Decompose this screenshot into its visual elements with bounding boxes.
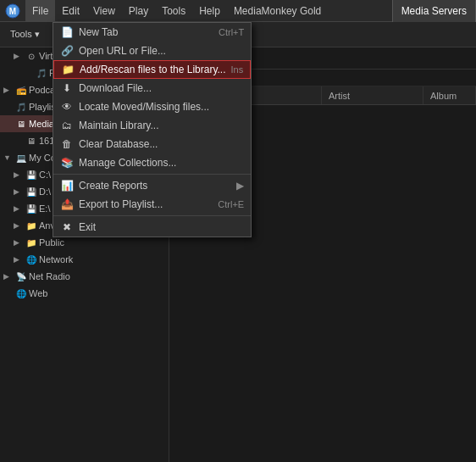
new-tab-icon: 📄	[60, 25, 74, 39]
dropdown-label-open-url: Open URL or File...	[79, 45, 166, 57]
dropdown-label-create-reports: Create Reports	[79, 180, 147, 192]
shortcut-new-tab: Ctrl+T	[219, 27, 244, 37]
dropdown-item-locate-moved[interactable]: 👁 Locate Moved/Missing files...	[53, 97, 251, 116]
col-artist: Artist	[322, 86, 423, 104]
toolbar-tools-button[interactable]: Tools ▾	[3, 27, 47, 42]
menu-tools[interactable]: Tools	[155, 0, 192, 22]
menu-gold[interactable]: MediaMonkey Gold	[227, 0, 328, 22]
dropdown-separator-1	[53, 174, 251, 175]
sidebar-label-net-radio: Net Radio	[29, 271, 70, 281]
playlists-icon: 🎵	[15, 101, 27, 113]
expand-arrow-drive-e: ▶	[14, 204, 24, 213]
expand-arrow-network: ▶	[14, 255, 24, 264]
col-album: Album	[423, 86, 476, 104]
maintain-library-icon: 🗂	[60, 119, 74, 132]
drive-e-icon: 💾	[25, 203, 37, 214]
expand-arrow-net-radio: ▶	[3, 272, 14, 281]
dropdown-item-maintain-library[interactable]: 🗂 Maintain Library...	[53, 116, 251, 135]
dropdown-item-download-file[interactable]: ⬇ Download File...	[53, 79, 251, 97]
net-radio-icon: 📡	[15, 270, 27, 282]
media-servers-icon: 🖥	[15, 118, 27, 130]
dropdown-label-exit: Exit	[79, 221, 96, 233]
sidebar-item-net-radio[interactable]: ▶ 📡 Net Radio	[0, 268, 169, 285]
dropdown-item-manage-collections[interactable]: 📚 Manage Collections...	[53, 153, 251, 172]
sidebar-label-drive-e: E:\	[39, 203, 50, 214]
dropdown-label-locate-moved: Locate Moved/Missing files...	[79, 101, 209, 113]
expand-arrow-public: ▶	[14, 238, 24, 247]
anvsoft-icon: 📁	[25, 220, 37, 231]
dropdown-label-add-rescan: Add/Rescan files to the Library...	[80, 64, 226, 75]
drive-d-icon: 💾	[25, 186, 37, 198]
menu-help[interactable]: Help	[192, 0, 227, 22]
locate-moved-icon: 👁	[60, 100, 74, 114]
dropdown-item-open-url[interactable]: 🔗 Open URL or File...	[53, 42, 251, 60]
sidebar-label-network: Network	[39, 254, 73, 264]
shortcut-export-playlist: Ctrl+E	[218, 199, 244, 209]
my-computer-icon: 💻	[15, 152, 27, 164]
create-reports-icon: 📊	[60, 179, 74, 192]
submenu-arrow-create-reports: ▶	[236, 180, 244, 192]
menu-view[interactable]: View	[86, 0, 122, 22]
menu-edit[interactable]: Edit	[55, 0, 86, 22]
sidebar-label-drive-c: C:\	[39, 170, 51, 180]
sidebar-label-public: Public	[39, 237, 64, 248]
export-playlist-icon: 📤	[60, 198, 74, 211]
public-icon: 📁	[25, 237, 37, 248]
sidebar-item-web[interactable]: 🌐 Web	[0, 285, 169, 302]
dropdown-label-export-playlist: Export to Playlist...	[79, 198, 163, 210]
drive-c-icon: 💾	[25, 169, 37, 181]
dropdown-item-new-tab[interactable]: 📄 New Tab Ctrl+T	[53, 23, 251, 42]
app-logo: M	[3, 2, 22, 20]
menu-file[interactable]: File	[25, 0, 55, 22]
open-url-icon: 🔗	[60, 44, 74, 58]
expand-arrow-drive-d: ▶	[14, 187, 24, 196]
dropdown-separator-2	[53, 215, 251, 216]
download-file-icon: ⬇	[60, 81, 74, 95]
podcast-icon: 📻	[15, 84, 27, 96]
network-icon: 🌐	[25, 253, 37, 265]
menubar: M File Edit View Play Tools Help MediaMo…	[0, 0, 476, 22]
dropdown-item-add-rescan[interactable]: 📁 Add/Rescan files to the Library... Ins	[53, 60, 251, 79]
manage-collections-icon: 📚	[60, 156, 74, 170]
dropdown-menu: 📄 New Tab Ctrl+T 🔗 Open URL or File... 📁…	[53, 22, 252, 237]
sidebar-item-network[interactable]: ▶ 🌐 Network	[0, 251, 169, 268]
dropdown-label-manage-collections: Manage Collections...	[79, 157, 176, 169]
previews-icon: 🎵	[36, 67, 47, 79]
expand-arrow-podcast: ▶	[3, 86, 14, 94]
dropdown-item-clear-database[interactable]: 🗑 Clear Database...	[53, 135, 251, 153]
menu-play[interactable]: Play	[122, 0, 155, 22]
expand-arrow-my-computer: ▼	[3, 153, 14, 162]
exit-icon: ✖	[60, 220, 74, 234]
dropdown-item-create-reports[interactable]: 📊 Create Reports ▶	[53, 176, 251, 195]
virtual-cd-icon: ⊙	[25, 50, 37, 62]
clear-database-icon: 🗑	[60, 137, 74, 151]
expand-arrow-drive-c: ▶	[14, 170, 24, 179]
dropdown-item-export-playlist[interactable]: 📤 Export to Playlist... Ctrl+E	[53, 195, 251, 214]
add-rescan-icon: 📁	[61, 63, 75, 76]
server-entry-icon: 🖥	[25, 135, 37, 147]
sidebar-label-web: Web	[29, 288, 47, 298]
dropdown-label-clear-database: Clear Database...	[79, 138, 158, 150]
dropdown-label-maintain-library: Maintain Library...	[79, 120, 158, 131]
dropdown-label-download-file: Download File...	[79, 82, 152, 94]
expand-arrow-virtual-cd: ▶	[14, 52, 24, 60]
shortcut-add-rescan: Ins	[231, 64, 244, 75]
media-servers-tab[interactable]: Media Servers	[392, 0, 476, 22]
dropdown-item-exit[interactable]: ✖ Exit	[53, 218, 251, 237]
svg-text:M: M	[9, 7, 16, 16]
expand-arrow-anvsoft: ▶	[14, 221, 24, 230]
web-icon: 🌐	[15, 287, 27, 299]
dropdown-label-new-tab: New Tab	[79, 26, 118, 38]
sidebar-label-drive-d: D:\	[39, 186, 51, 197]
